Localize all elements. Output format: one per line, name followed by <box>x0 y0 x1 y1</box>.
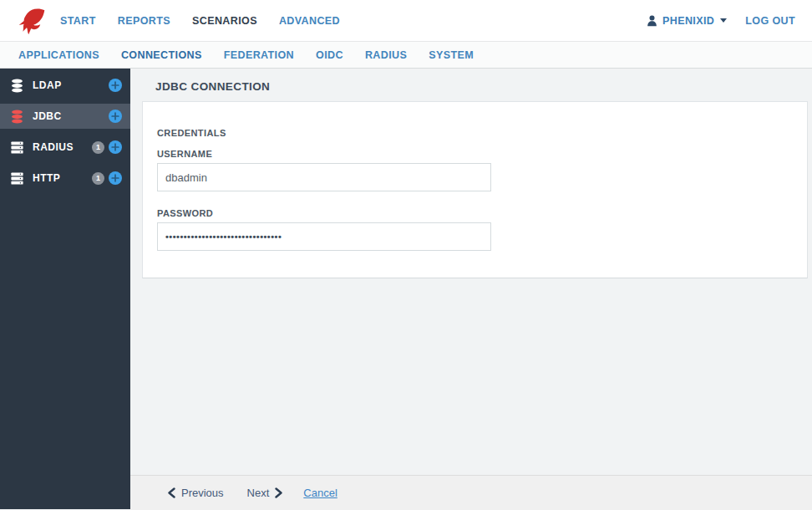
connections-sidebar: LDAP JDBC <box>0 69 130 509</box>
password-field-group: PASSWORD <box>157 208 807 251</box>
phoenix-logo-icon <box>18 7 46 35</box>
wizard-footer: Previous Next Cancel <box>130 475 812 510</box>
nav-item-reports[interactable]: REPORTS <box>118 15 170 27</box>
subnav-item-applications[interactable]: APPLICATIONS <box>18 49 99 61</box>
user-menu[interactable]: PHENIXID <box>646 14 727 28</box>
subnav-item-federation[interactable]: FEDERATION <box>224 49 294 61</box>
chevron-right-icon <box>274 487 283 498</box>
server-icon <box>10 140 25 155</box>
username-input[interactable] <box>157 163 491 191</box>
user-icon <box>646 14 658 28</box>
sidebar-item-http[interactable]: HTTP 1 <box>0 166 130 191</box>
password-label: PASSWORD <box>157 208 807 218</box>
next-button[interactable]: Next <box>247 487 284 499</box>
nav-item-start[interactable]: START <box>60 15 96 27</box>
caret-down-icon <box>720 18 727 23</box>
topnav-right: PHENIXID LOG OUT <box>646 14 795 28</box>
plus-circle-icon[interactable] <box>109 110 122 123</box>
primary-nav: START REPORTS SCENARIOS ADVANCED <box>60 15 340 27</box>
top-navbar: START REPORTS SCENARIOS ADVANCED PHENIXI… <box>0 0 812 42</box>
count-badge: 1 <box>92 172 104 185</box>
content-area: JDBC CONNECTION CREDENTIALS USERNAME PAS… <box>130 69 812 509</box>
subnav-item-oidc[interactable]: OIDC <box>316 49 343 61</box>
previous-label: Previous <box>181 487 224 499</box>
phoenix-logo[interactable] <box>17 6 47 36</box>
next-label: Next <box>247 487 270 499</box>
logout-button[interactable]: LOG OUT <box>745 15 795 27</box>
username-label: USERNAME <box>157 149 807 159</box>
sidebar-item-label: RADIUS <box>33 141 92 153</box>
sidebar-item-label: HTTP <box>33 172 92 184</box>
secondary-nav: APPLICATIONS CONNECTIONS FEDERATION OIDC… <box>0 42 812 69</box>
nav-item-advanced[interactable]: ADVANCED <box>279 15 340 27</box>
plus-circle-icon[interactable] <box>109 79 122 92</box>
previous-button[interactable]: Previous <box>167 487 224 499</box>
database-icon <box>10 78 25 93</box>
cancel-link[interactable]: Cancel <box>303 487 337 499</box>
username-field-group: USERNAME <box>157 149 807 191</box>
page-title: JDBC CONNECTION <box>155 80 812 93</box>
sidebar-item-ldap[interactable]: LDAP <box>0 73 130 98</box>
plus-circle-icon[interactable] <box>109 171 122 185</box>
sidebar-item-label: JDBC <box>33 110 109 122</box>
plus-circle-icon[interactable] <box>109 140 122 154</box>
sidebar-item-label: LDAP <box>33 79 109 91</box>
database-icon <box>10 109 25 124</box>
count-badge: 1 <box>92 141 104 154</box>
subnav-item-radius[interactable]: RADIUS <box>365 49 407 61</box>
chevron-left-icon <box>167 487 176 498</box>
user-name: PHENIXID <box>662 15 714 27</box>
subnav-item-system[interactable]: SYSTEM <box>429 49 474 61</box>
nav-item-scenarios[interactable]: SCENARIOS <box>192 15 257 27</box>
server-icon <box>10 171 25 186</box>
password-input[interactable] <box>157 222 491 251</box>
credentials-panel: CREDENTIALS USERNAME PASSWORD <box>142 101 808 278</box>
subnav-item-connections[interactable]: CONNECTIONS <box>121 49 202 61</box>
section-title: CREDENTIALS <box>157 128 807 138</box>
sidebar-item-radius[interactable]: RADIUS 1 <box>0 135 130 160</box>
sidebar-item-jdbc[interactable]: JDBC <box>0 104 130 129</box>
